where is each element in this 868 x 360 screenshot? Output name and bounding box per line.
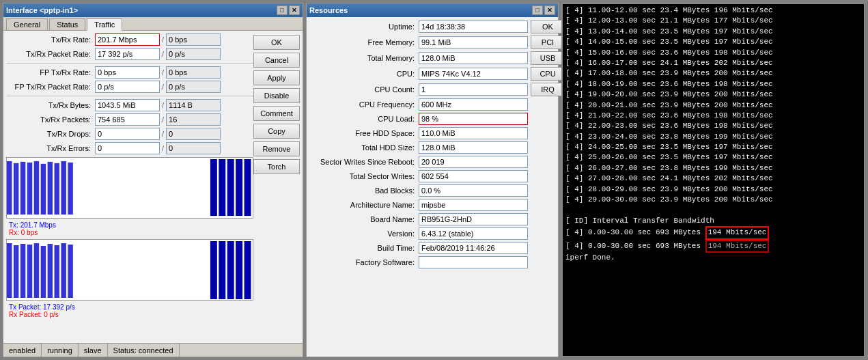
apply-button[interactable]: Apply — [253, 70, 300, 85]
txrx-packet-rate-input2[interactable] — [166, 48, 221, 60]
total-sector-writes-label: Total Sector Writes: — [309, 172, 419, 180]
cpu-load-label: CPU Load: — [309, 115, 419, 123]
packet-graph-legend: Tx Packet: 17 392 p/s Rx Packet: 0 p/s — [6, 302, 253, 320]
terminal-line: [ 4] 11.00-12.00 sec 23.4 MBytes 196 Mbi… — [565, 5, 861, 16]
disable-button[interactable]: Disable — [253, 88, 300, 103]
arch-name-value: mipsbe — [419, 199, 528, 211]
tab-status[interactable]: Status — [49, 18, 85, 30]
ok-res-button[interactable]: OK — [531, 20, 565, 33]
pci-button[interactable]: PCI — [531, 36, 565, 49]
fp-txrx-rate-input2[interactable] — [166, 66, 221, 79]
version-label: Version: — [309, 230, 419, 238]
cpu-load-value: 98 % — [419, 113, 528, 125]
cpu-label: CPU: — [309, 70, 419, 78]
interface-title-bar: Interface <pptp-in1> □ ✕ — [3, 3, 303, 17]
svg-rect-9 — [61, 161, 66, 214]
resources-minimize-button[interactable]: □ — [532, 5, 543, 15]
txrx-packets-input1[interactable] — [95, 113, 160, 126]
total-sector-writes-row: Total Sector Writes: 602 554 — [309, 170, 565, 182]
interface-left: Tx/Rx Rate: / Tx/Rx Packet Rate: / FP Tx… — [6, 33, 253, 340]
cpu-button[interactable]: CPU — [531, 67, 565, 81]
bad-blocks-row: Bad Blocks: 0.0 % — [309, 184, 565, 197]
txrx-drops-input1[interactable] — [95, 128, 160, 140]
divider2 — [6, 96, 253, 96]
txrx-errors-label: Tx/Rx Errors: — [6, 144, 95, 152]
cancel-button[interactable]: Cancel — [253, 53, 300, 68]
interface-window: Interface <pptp-in1> □ ✕ General Status … — [3, 3, 303, 357]
irq-button[interactable]: IRQ — [531, 83, 565, 96]
legend-tx: Tx: 201.7 Mbps — [9, 221, 56, 229]
version-value: 6.43.12 (stable) — [419, 227, 528, 240]
terminal-line: [ 4] 19.00-20.00 sec 23.9 MBytes 200 Mbi… — [565, 89, 861, 100]
resources-close-button[interactable]: ✕ — [544, 5, 555, 15]
svg-rect-14 — [236, 159, 242, 216]
total-memory-row: Total Memory: 128.0 MiB USB — [309, 51, 565, 65]
fp-txrx-packet-rate-input2[interactable] — [166, 81, 221, 93]
txrx-errors-input1[interactable] — [95, 142, 160, 154]
txrx-bytes-input2[interactable] — [166, 99, 221, 111]
free-memory-value: 99.1 MiB — [419, 36, 528, 49]
txrx-packets-label: Tx/Rx Packets: — [6, 115, 95, 124]
status-running: running — [42, 344, 79, 357]
bad-blocks-label: Bad Blocks: — [309, 186, 419, 195]
terminal-line: [ 4] 23.00-24.00 sec 23.8 MBytes 199 Mbi… — [565, 132, 861, 142]
legend-rx-packet: Rx Packet: 0 p/s — [9, 311, 59, 318]
txrx-errors-input2[interactable] — [166, 142, 221, 154]
svg-rect-20 — [27, 245, 32, 298]
minimize-button[interactable]: □ — [277, 5, 288, 15]
board-name-row: Board Name: RB951G-2HnD — [309, 213, 565, 225]
txrx-bytes-input1[interactable] — [95, 99, 160, 111]
status-connected: Status: connected — [108, 344, 180, 357]
terminal-summary-line: [ 4] 0.00-30.00 sec 693 MBytes 194 Mbits… — [565, 226, 861, 239]
total-hdd-label: Total HDD Size: — [309, 143, 419, 152]
rate-graph — [6, 157, 253, 219]
arch-name-row: Architecture Name: mipsbe — [309, 199, 565, 211]
usb-button[interactable]: USB — [531, 51, 565, 65]
svg-rect-26 — [68, 245, 72, 298]
cpu-value: MIPS 74Kc V4.12 — [419, 68, 528, 80]
terminal-line: [ 4] 21.00-22.00 sec 23.6 MBytes 198 Mbi… — [565, 111, 861, 121]
tab-traffic[interactable]: Traffic — [87, 18, 122, 31]
board-name-value: RB951G-2HnD — [419, 213, 528, 225]
close-button[interactable]: ✕ — [289, 5, 300, 15]
cpu-load-row: CPU Load: 98 % — [309, 113, 565, 125]
legend-tx-packet: Tx Packet: 17 392 p/s — [9, 303, 75, 311]
version-row: Version: 6.43.12 (stable) — [309, 227, 565, 240]
remove-button[interactable]: Remove — [253, 141, 300, 156]
svg-rect-3 — [20, 162, 25, 214]
fp-txrx-rate-input1[interactable] — [95, 66, 160, 79]
terminal-line: [ 4] 29.00-30.00 sec 23.9 MBytes 200 Mbi… — [565, 195, 861, 205]
cpu-freq-value: 600 MHz — [419, 98, 528, 111]
svg-rect-28 — [219, 241, 225, 299]
total-hdd-row: Total HDD Size: 128.0 MiB — [309, 141, 565, 154]
txrx-packets-input2[interactable] — [166, 113, 221, 126]
build-time-row: Build Time: Feb/08/2019 11:46:26 — [309, 242, 565, 254]
txrx-rate-row: Tx/Rx Rate: / — [6, 33, 253, 46]
status-bar: enabled running slave Status: connected — [3, 343, 303, 357]
board-name-label: Board Name: — [309, 215, 419, 223]
free-hdd-value: 110.0 MiB — [419, 127, 528, 139]
terminal-line: [ 4] 14.00-15.00 sec 23.5 MBytes 197 Mbi… — [565, 37, 861, 47]
ok-button[interactable]: OK — [253, 35, 300, 50]
terminal-line: [ 4] 26.00-27.00 sec 23.8 MBytes 199 Mbi… — [565, 163, 861, 174]
sep7: / — [160, 130, 166, 138]
svg-rect-27 — [210, 241, 217, 299]
divider1 — [6, 63, 253, 64]
copy-button[interactable]: Copy — [253, 124, 300, 139]
tab-general[interactable]: General — [6, 18, 48, 30]
cpu-row: CPU: MIPS 74Kc V4.12 CPU — [309, 67, 565, 81]
terminal-window: [ 4] 11.00-12.00 sec 23.4 MBytes 196 Mbi… — [561, 3, 865, 357]
torch-button[interactable]: Torch — [253, 159, 300, 174]
txrx-packets-row: Tx/Rx Packets: / — [6, 113, 253, 126]
comment-button[interactable]: Comment — [253, 106, 300, 121]
txrx-rate-input1[interactable] — [95, 33, 160, 46]
svg-rect-13 — [227, 159, 234, 216]
txrx-rate-input2[interactable] — [166, 33, 221, 46]
terminal-footer: iperf Done. — [565, 253, 861, 263]
terminal-line: [ 4] 13.00-14.00 sec 23.5 MBytes 197 Mbi… — [565, 27, 861, 37]
fp-txrx-packet-rate-input1[interactable] — [95, 81, 160, 93]
graph-container: Tx: 201.7 Mbps Rx: 0 bps — [6, 157, 253, 320]
txrx-drops-input2[interactable] — [166, 128, 221, 140]
total-memory-value: 128.0 MiB — [419, 52, 528, 64]
txrx-packet-rate-input1[interactable] — [95, 48, 160, 60]
